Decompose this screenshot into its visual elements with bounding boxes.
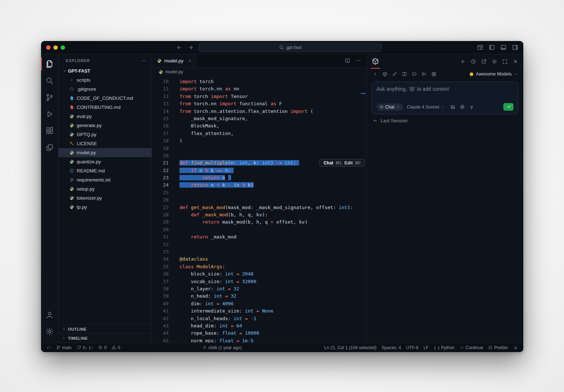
comment-icon[interactable]	[412, 72, 417, 77]
file-item[interactable]: .gitignore	[59, 85, 152, 94]
code-line[interactable]: 18)	[152, 137, 366, 144]
gear-icon[interactable]	[492, 59, 497, 64]
chat-hint-label[interactable]: Chat	[323, 160, 333, 166]
code-editor[interactable]: 10import torch11import torch.nn as nn12f…	[152, 76, 366, 343]
problems-errors[interactable]: 0	[96, 343, 109, 352]
breadcrumb[interactable]: model.py	[152, 68, 366, 76]
code-line[interactable]: 28 def _mask_mod(b, h, q, kv):	[152, 211, 366, 219]
blame-info[interactable]: chilli (1 year ago)	[200, 345, 244, 350]
back-icon[interactable]	[176, 45, 182, 50]
code-line[interactable]: 22 if n % k == 0:	[152, 167, 366, 174]
code-line[interactable]: 23 return n	[152, 174, 366, 181]
maximize-icon[interactable]	[502, 59, 508, 64]
code-line[interactable]: 40 dim: int = 4096	[152, 300, 366, 307]
activity-remote-windows-button[interactable]	[41, 139, 59, 156]
file-item[interactable]: GPTQ.py	[59, 130, 152, 139]
eol-sequence[interactable]: LF	[421, 343, 431, 352]
file-item[interactable]: README.md	[59, 166, 152, 175]
code-line[interactable]: 42 n_local_heads: int = -1	[152, 315, 366, 322]
file-item[interactable]: LICENSE	[59, 139, 152, 148]
plus-icon[interactable]	[460, 59, 466, 64]
at-icon[interactable]	[460, 105, 465, 110]
code-line[interactable]: 24 return n + k - (n % k)	[152, 181, 366, 189]
code-line[interactable]: 45 norm_eps: float = 1e-5	[152, 337, 366, 343]
code-line[interactable]: 16 BlockMask,	[152, 122, 366, 130]
encoding[interactable]: UTF-8	[403, 343, 421, 352]
indentation[interactable]: Spaces: 4	[379, 343, 403, 352]
inline-chat-hint[interactable]: Chat ⌘L Edit ⌘I	[319, 159, 364, 167]
chat-input[interactable]: Ask anything, '@' to add context Chat Cl…	[372, 82, 518, 114]
code-line[interactable]: 11import torch.nn as nn	[152, 85, 366, 93]
code-line[interactable]: 17 flex_attention,	[152, 130, 366, 137]
code-line[interactable]: 29 return mask_mod(b, h, q + offset, kv)	[152, 219, 366, 226]
minimize-window-button[interactable]	[53, 45, 58, 50]
open-editor-icon[interactable]	[481, 59, 487, 64]
image-icon[interactable]	[450, 105, 455, 110]
file-item[interactable]: eval.py	[59, 112, 152, 121]
code-line[interactable]: 13from torch.nn import functional as F	[152, 100, 366, 107]
code-line[interactable]: 34@dataclass	[152, 256, 366, 263]
file-item[interactable]: model.py	[59, 148, 152, 157]
code-line[interactable]: 20	[152, 152, 366, 159]
edit-hint-label[interactable]: Edit	[345, 160, 353, 166]
panel-left-icon[interactable]	[489, 44, 495, 50]
layout-grid-icon[interactable]	[477, 44, 483, 50]
section-outline[interactable]: OUTLINE	[59, 324, 152, 334]
split-editor-icon[interactable]	[345, 58, 350, 64]
code-line[interactable]: 41 intermediate_size: int = None	[152, 307, 366, 315]
close-icon[interactable]	[513, 59, 518, 64]
file-item[interactable]: setup.py	[59, 184, 152, 193]
file-item[interactable]: CODE_OF_CONDUCT.md	[59, 94, 152, 103]
code-line[interactable]: 26	[152, 196, 366, 204]
cube-icon[interactable]	[382, 72, 387, 77]
root-folder[interactable]: GPT-FAST	[59, 67, 152, 75]
code-line[interactable]: 39 n_head: int = 32	[152, 293, 366, 300]
folder-item[interactable]: scripts	[59, 75, 152, 85]
code-line[interactable]: 37 vocab_size: int = 32000	[152, 278, 366, 285]
panel-bottom-icon[interactable]	[500, 44, 507, 50]
model-selector[interactable]: Claude 4 Sonnet	[407, 105, 444, 110]
code-line[interactable]: 38 n_layer: int = 32	[152, 285, 366, 293]
git-branch-status[interactable]: main	[54, 343, 74, 352]
activity-extensions-button[interactable]	[41, 122, 59, 139]
scissors-icon[interactable]	[422, 72, 427, 77]
send-button[interactable]	[503, 103, 513, 111]
notifications[interactable]	[511, 343, 521, 352]
file-item[interactable]: generate.py	[59, 121, 152, 130]
code-line[interactable]: 33	[152, 248, 366, 256]
activity-search-button[interactable]	[41, 72, 59, 89]
activity-run-and-debug-button[interactable]	[41, 106, 59, 122]
activity-explorer-button[interactable]	[41, 56, 59, 72]
close-window-button[interactable]	[46, 45, 51, 50]
code-line[interactable]: 12from torch import Tensor	[152, 93, 366, 100]
last-session-link[interactable]: Last Session	[367, 114, 523, 127]
models-menu[interactable]: Awesome Models	[469, 72, 517, 77]
activity-source-control-button[interactable]	[41, 89, 59, 106]
mode-selector[interactable]: Chat	[376, 103, 403, 111]
code-line[interactable]: 35class ModelArgs:	[152, 263, 366, 270]
file-item[interactable]: requirements.txt	[59, 175, 152, 184]
file-item[interactable]: tp.py	[59, 203, 152, 212]
continue-extension[interactable]: Continue	[457, 343, 486, 352]
prettier-extension[interactable]: Prettier	[486, 343, 511, 352]
command-center-search[interactable]: gpt-fast	[198, 43, 382, 52]
code-line[interactable]: 10import torch	[152, 78, 366, 85]
code-line[interactable]: 19	[152, 145, 366, 152]
file-item[interactable]: tokenizer.py	[59, 193, 152, 203]
code-line[interactable]: 15 _mask_mod_signature,	[152, 115, 366, 122]
cursor-position[interactable]: Ln 21, Col 1 (104 selected)	[322, 343, 379, 352]
file-item[interactable]: quantize.py	[59, 157, 152, 166]
more-actions-icon[interactable]	[141, 58, 146, 63]
code-line[interactable]: 14from torch.nn.attention.flex_attention…	[152, 108, 366, 115]
grid-icon[interactable]	[431, 72, 436, 77]
code-line[interactable]: 27def get_mask_mod(mask_mod: _mask_mod_s…	[152, 204, 366, 211]
forward-icon[interactable]	[188, 45, 194, 50]
columns-icon[interactable]	[402, 72, 407, 77]
history-icon[interactable]	[471, 59, 476, 64]
language-mode[interactable]: { }Python	[431, 343, 457, 352]
section-timeline[interactable]: TIMELINE	[59, 334, 152, 343]
close-tab-icon[interactable]	[188, 58, 192, 63]
code-line[interactable]: 30	[152, 226, 366, 233]
activity-settings-button[interactable]	[41, 323, 59, 340]
remote-indicator[interactable]	[44, 343, 54, 352]
